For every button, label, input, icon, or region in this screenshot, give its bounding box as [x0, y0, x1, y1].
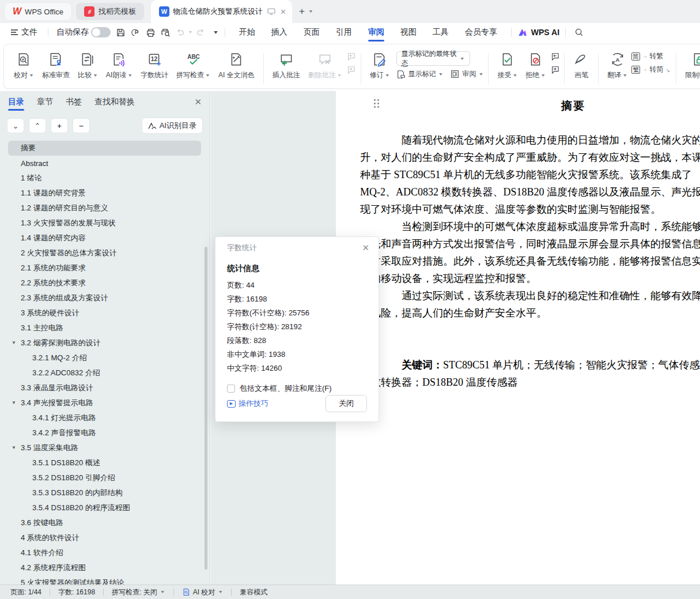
document-text-line[interactable]: 灯光和声音两种方式发出报警信号，同时液晶显示屏会显示具体的报警信息 — [360, 235, 700, 253]
menu-tab-0[interactable]: 开始 — [231, 23, 263, 42]
dialog-close-icon[interactable]: ✕ — [362, 243, 369, 253]
sidebar-tab-2[interactable]: 书签 — [66, 91, 82, 113]
toc-item-4[interactable]: 1.2 课题的研究目的与意义 — [8, 201, 201, 216]
translate-button[interactable]: A 翻译▼ — [603, 49, 631, 82]
sidebar-scrollbar[interactable] — [205, 247, 207, 570]
zoom-out-toc-button[interactable]: − — [73, 118, 90, 133]
new-tab-button[interactable]: + — [299, 6, 305, 17]
toc-collapse-icon[interactable]: ▼ — [12, 340, 16, 345]
menu-tab-1[interactable]: 插入 — [263, 23, 296, 42]
wps-ai-button[interactable]: WPS AI — [517, 27, 559, 37]
previous-change-icon[interactable] — [550, 51, 559, 61]
print-button[interactable] — [143, 25, 158, 39]
page-indicator[interactable]: 页面: 1/44 — [10, 587, 41, 597]
document-text-line[interactable]: 模数转换器；DS18B20 温度传感器 — [360, 374, 700, 391]
zoom-in-toc-button[interactable]: + — [51, 118, 68, 133]
document-text-line[interactable]: 随着现代物流仓储对火源和电力使用的日益增加，物流仓储火灾的风 — [360, 131, 700, 149]
toc-item-7[interactable]: 2 火灾报警器的总体方案设计 — [8, 246, 201, 261]
toc-item-25[interactable]: 3.6 按键电路 — [8, 515, 201, 530]
accept-change-button[interactable]: 接受▼ — [493, 49, 521, 82]
close-tab-icon[interactable]: ✕ — [280, 7, 286, 16]
paragraph-drag-handle-icon[interactable] — [374, 99, 380, 108]
review-pane-button[interactable]: 审阅▼ — [450, 69, 483, 79]
document-blank-line[interactable] — [360, 322, 700, 339]
document-blank-line[interactable] — [360, 339, 700, 356]
undo-caret-icon[interactable]: ▼ — [188, 30, 193, 35]
markup-state-select[interactable]: 显示标记的最终状态▼ — [396, 51, 470, 66]
tab-document-active[interactable]: W 物流仓储防火预警系统设计 ✕ — [151, 0, 292, 23]
word-count-button[interactable]: 12 字数统计 — [137, 49, 172, 82]
document-text-line[interactable]: 的风险，提高人们的生命财产安全水平。 — [360, 304, 700, 322]
toc-item-23[interactable]: 3.5.3 DS18B20 的内部结构 — [8, 485, 201, 500]
group-expand-icon[interactable]: ↘ — [666, 67, 671, 73]
word-count-indicator[interactable]: 字数: 16198 — [58, 587, 95, 597]
toc-item-10[interactable]: 2.3 系统的组成及方案设计 — [8, 291, 201, 306]
tab-docer-templates[interactable]: 找稻壳模板 — [76, 3, 144, 20]
proofread-button[interactable]: 校对▼ — [10, 49, 38, 82]
next-comment-icon[interactable] — [346, 65, 356, 74]
sidebar-close-icon[interactable]: ✕ — [194, 97, 202, 107]
tips-link[interactable]: ▶ 操作技巧 — [227, 398, 268, 409]
toc-item-0[interactable]: 摘要 — [8, 141, 201, 156]
toc-item-17[interactable]: ▼3.4 声光报警提示电路 — [8, 395, 201, 410]
menu-tab-2[interactable]: 页面 — [296, 23, 328, 42]
save-button[interactable] — [113, 25, 128, 39]
expand-all-button[interactable]: ⌃ — [29, 118, 46, 133]
reject-change-button[interactable]: 拒绝▼ — [521, 49, 550, 82]
redo-button[interactable] — [193, 25, 208, 39]
document-text-line[interactable]: 当检测到环境中的可燃气体浓度超标或温度异常升高时，系统能够迅速 — [360, 218, 700, 235]
menu-tab-5[interactable]: 视图 — [392, 23, 425, 42]
autosave-toggle[interactable] — [91, 27, 111, 37]
toc-item-3[interactable]: 1.1 课题的研究背景 — [8, 186, 201, 201]
menu-tab-3[interactable]: 引用 — [328, 23, 360, 42]
toc-item-28[interactable]: 4.2 系统程序流程图 — [8, 560, 201, 575]
tab-list-caret-icon[interactable]: ▼ — [308, 9, 313, 14]
toc-item-24[interactable]: 3.5.4 DS18B20 的程序流程图 — [8, 500, 201, 515]
ai-recognize-toc-button[interactable]: AI识别目录 — [142, 118, 203, 134]
toc-item-11[interactable]: 3 系统的硬件设计 — [8, 306, 201, 321]
to-traditional-button[interactable]: 简→ 转繁 — [631, 51, 663, 61]
show-markup-button[interactable]: 显示标记▼ — [396, 69, 444, 79]
include-footnotes-checkbox[interactable] — [227, 385, 235, 393]
document-text-line[interactable]: 升，对人们的生命财产安全构成了严重威胁。为了有效应对这一挑战，本课 — [360, 149, 700, 166]
toc-collapse-icon[interactable]: ▼ — [12, 445, 16, 450]
toc-item-8[interactable]: 2.1 系统的功能要求 — [8, 261, 201, 276]
screen-share-icon[interactable] — [267, 8, 275, 15]
toc-item-14[interactable]: 3.2.1 MQ-2 介绍 — [8, 351, 201, 366]
export-pdf-button[interactable] — [128, 25, 143, 39]
document-page[interactable]: 摘要 随着现代物流仓储对火源和电力使用的日益增加，物流仓储火灾的风升，对人们的生… — [336, 91, 700, 585]
insert-comment-button[interactable]: 插入批注 — [268, 49, 304, 82]
ai-read-button[interactable]: AI朗读▼ — [102, 49, 137, 82]
toc-item-12[interactable]: 3.1 主控电路 — [8, 321, 201, 336]
toc-item-16[interactable]: 3.3 液晶显示电路设计 — [8, 381, 201, 395]
menu-tab-7[interactable]: 会员专享 — [457, 23, 505, 42]
print-preview-button[interactable] — [158, 25, 173, 39]
toc-item-15[interactable]: 3.2.2 ADC0832 介绍 — [8, 366, 201, 381]
ai-proofread-status[interactable]: AI 校对▼ — [182, 587, 224, 597]
sidebar-tab-3[interactable]: 查找和替换 — [94, 91, 135, 113]
search-icon[interactable] — [572, 25, 587, 39]
undo-button[interactable] — [173, 25, 188, 39]
standard-review-button[interactable]: 标准审查 — [38, 49, 74, 82]
document-text-line[interactable]: 及时采取应对措施。此外，该系统还具备无线传输功能，能够将报警信息实 — [360, 253, 700, 270]
close-dialog-button[interactable]: 关闭 — [326, 395, 367, 412]
sidebar-tab-0[interactable]: 目录 — [8, 91, 24, 113]
toc-item-1[interactable]: Abstract — [8, 156, 201, 171]
document-text-line[interactable]: MQ-2、ADC0832 模数转换器、DS18B20 温度传感器以及液晶显示、声… — [360, 183, 700, 201]
toc-item-18[interactable]: 3.4.1 灯光提示电路 — [8, 410, 201, 425]
document-text-line[interactable]: 通过实际测试，该系统表现出良好的稳定性和准确性，能够有效降低物 — [360, 287, 700, 304]
toc-item-6[interactable]: 1.4 课题的研究内容 — [8, 231, 201, 246]
ink-brush-button[interactable]: 画笔 — [569, 49, 593, 82]
toc-item-20[interactable]: ▼3.5 温度采集电路 — [8, 440, 201, 455]
spell-check-button[interactable]: ABC 拼写检查▼ — [172, 49, 214, 82]
document-text-line[interactable]: 种基于 STC89C51 单片机的无线多功能智能火灾报警系统。该系统集成了 — [360, 166, 700, 183]
previous-comment-icon[interactable] — [346, 51, 356, 61]
document-heading[interactable]: 摘要 — [336, 91, 700, 114]
toc-item-2[interactable]: 1 绪论 — [8, 171, 201, 186]
delete-comment-button[interactable]: 删除批注▼ — [304, 49, 346, 82]
menu-tab-6[interactable]: 工具 — [425, 23, 457, 42]
document-text-line[interactable]: 户的移动设备，实现远程监控和报警。 — [360, 270, 700, 287]
to-simplified-button[interactable]: 繁→ 转简 — [631, 65, 663, 74]
toc-item-19[interactable]: 3.4.2 声音报警电路 — [8, 425, 201, 440]
compare-button[interactable]: 比较▼ — [74, 49, 102, 82]
